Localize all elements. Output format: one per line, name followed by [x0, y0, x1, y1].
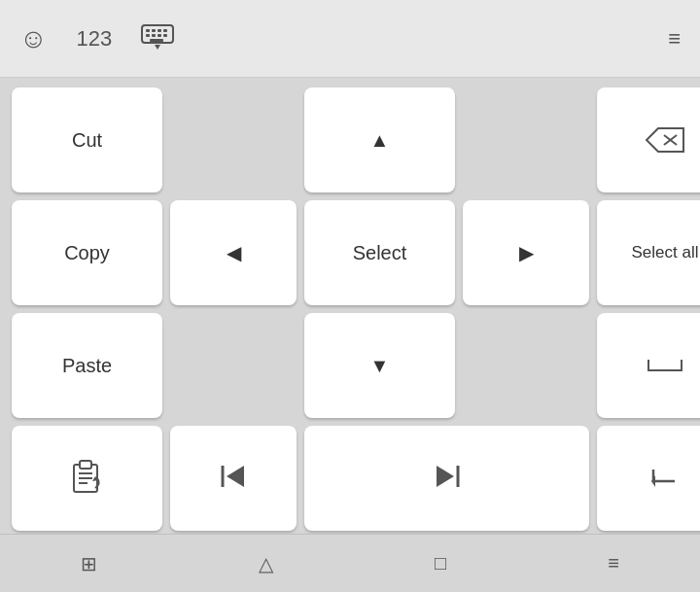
backspace-icon [645, 125, 685, 155]
svg-marker-10 [155, 45, 160, 50]
top-bar: ☺ 123 ≡ [0, 0, 700, 78]
svg-rect-8 [163, 34, 167, 37]
bottom-icon-3: □ [435, 552, 446, 575]
down-arrow-button[interactable]: ▼ [304, 313, 455, 418]
skip-to-end-icon [433, 462, 462, 496]
svg-rect-5 [146, 34, 150, 37]
select-all-button[interactable]: Select all [597, 200, 700, 305]
space-button[interactable] [597, 313, 700, 418]
enter-button[interactable] [597, 426, 700, 531]
svg-rect-9 [150, 39, 163, 42]
down-arrow-icon: ▼ [370, 355, 390, 377]
right-arrow-button[interactable]: ▶ [463, 200, 589, 305]
svg-rect-14 [80, 461, 91, 469]
right-arrow-icon: ▶ [519, 241, 534, 264]
bottom-icon-1: ⊞ [81, 552, 97, 575]
backspace-button[interactable] [597, 87, 700, 192]
svg-rect-4 [163, 29, 167, 32]
cut-button[interactable]: Cut [12, 87, 162, 192]
bottom-bar: ⊞ △ □ ≡ [0, 534, 700, 592]
copy-button[interactable]: Copy [12, 200, 162, 305]
up-arrow-icon: ▲ [370, 129, 390, 152]
svg-rect-7 [158, 34, 161, 37]
clipboard-icon [68, 457, 107, 501]
svg-rect-6 [152, 34, 156, 37]
left-arrow-button[interactable]: ◀ [170, 200, 297, 305]
svg-marker-22 [437, 466, 454, 487]
skip-to-start-icon [219, 462, 248, 496]
space-icon [648, 360, 682, 371]
home-button[interactable] [170, 426, 297, 531]
paste-button[interactable]: Paste [12, 313, 162, 418]
keyboard-icon[interactable] [141, 24, 174, 53]
select-button[interactable]: Select [304, 200, 455, 305]
enter-icon [648, 462, 682, 496]
top-bar-left: ☺ 123 [19, 23, 174, 54]
clipboard-button[interactable] [12, 426, 162, 531]
emoji-icon[interactable]: ☺ [19, 23, 48, 54]
up-arrow-button[interactable]: ▲ [304, 87, 455, 192]
bottom-icon-4: ≡ [608, 552, 619, 575]
svg-marker-20 [227, 466, 244, 487]
num-label[interactable]: 123 [77, 26, 113, 52]
svg-rect-1 [146, 29, 150, 32]
svg-rect-3 [158, 29, 161, 32]
svg-rect-2 [152, 29, 156, 32]
bottom-icon-2: △ [259, 552, 273, 575]
left-arrow-icon: ◀ [227, 241, 241, 264]
key-grid: Cut ▲ Copy ◀ Select ▶ Select all Paste ▼ [0, 78, 700, 540]
hamburger-menu-icon[interactable]: ≡ [668, 26, 681, 52]
end-button[interactable] [304, 426, 589, 531]
